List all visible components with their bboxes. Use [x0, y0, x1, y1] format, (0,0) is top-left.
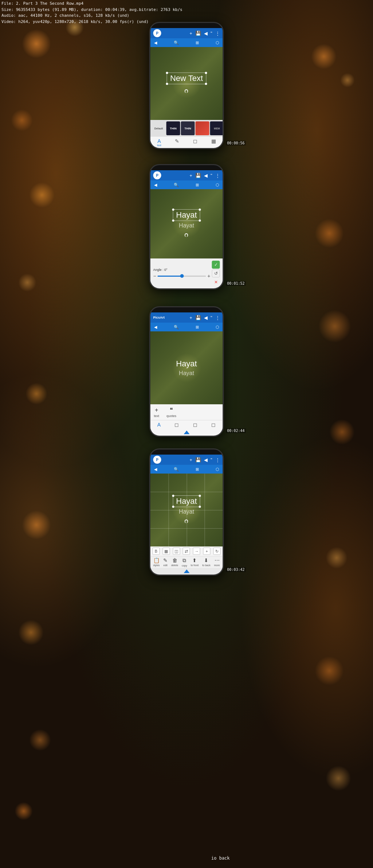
- filter-icon-1[interactable]: ⬡: [216, 40, 219, 45]
- zoom-icon-2[interactable]: 🔍: [174, 183, 179, 187]
- canvas-primary-text-4: Hayat: [176, 497, 197, 506]
- quote-icon-4[interactable]: ": [211, 457, 212, 463]
- handle-tr-1[interactable]: [205, 72, 207, 74]
- edit-tool-grid-4[interactable]: ▦: [162, 548, 170, 555]
- undo-icon-3[interactable]: ◀: [154, 325, 157, 330]
- save-icon-4[interactable]: 💾: [195, 457, 201, 463]
- quote-icon-1[interactable]: ": [211, 31, 212, 36]
- toolbar-right-1: + 💾 ◀ " ⋮: [189, 31, 220, 36]
- text-selection-box-4[interactable]: Hayat: [173, 495, 200, 507]
- filter-icon-3[interactable]: ⬡: [216, 325, 219, 330]
- more-icon-1[interactable]: ⋮: [215, 31, 220, 36]
- undo-icon-1[interactable]: ◀: [154, 40, 157, 45]
- handle-br-1[interactable]: [205, 83, 207, 85]
- toolbar-3: PicsArt + 💾 ◀ " ⋮: [150, 312, 223, 323]
- add-icon-1[interactable]: +: [189, 31, 192, 36]
- more-icon-2[interactable]: ⋮: [215, 173, 220, 178]
- delete-icon-4: 🗑: [172, 557, 177, 563]
- handle-tl-4[interactable]: [172, 495, 174, 497]
- edit-tool-flip-4[interactable]: ⇄: [183, 548, 190, 555]
- action-copy-4[interactable]: ⧉ copy: [182, 557, 187, 567]
- undo-icon-2[interactable]: ◀: [154, 183, 157, 187]
- copy-icon-4: ⧉: [182, 557, 186, 564]
- action-toback-4[interactable]: ⬇ to back: [202, 557, 211, 567]
- more-icon-3[interactable]: ⋮: [215, 315, 220, 320]
- edit-tool-bold-4[interactable]: B: [152, 548, 160, 555]
- edit-tool-frame-4[interactable]: ◫: [173, 548, 180, 555]
- nav-text-3[interactable]: A: [157, 422, 161, 428]
- toolbar-right-2: + 💾 ◀ " ⋮: [189, 173, 220, 178]
- nav-shape-1[interactable]: ◻: [193, 138, 197, 147]
- triangle-indicator-4: [150, 568, 223, 575]
- quotes-tool-3[interactable]: ❝ quotes: [166, 406, 176, 418]
- save-icon-3[interactable]: 💾: [195, 315, 201, 320]
- zoom-icon-1[interactable]: 🔍: [174, 40, 179, 45]
- close-btn-2[interactable]: ✕: [212, 278, 220, 286]
- share-icon-3[interactable]: ◀: [204, 315, 208, 320]
- share-icon-1[interactable]: ◀: [204, 31, 208, 36]
- grid-icon-3[interactable]: ⊞: [196, 325, 199, 330]
- quote-icon-2[interactable]: ": [211, 173, 212, 178]
- action-tofront-4[interactable]: ⬆ to front: [191, 557, 199, 567]
- filter-icon-4[interactable]: ⬡: [216, 467, 219, 472]
- template-thin-1[interactable]: THIN: [166, 121, 180, 135]
- quote-icon-3[interactable]: ": [211, 315, 212, 320]
- handle-bl-1[interactable]: [166, 83, 168, 85]
- undo-btn-2[interactable]: ↺: [212, 269, 220, 277]
- share-icon-4[interactable]: ◀: [204, 457, 208, 463]
- handle-tl-2[interactable]: [172, 209, 174, 211]
- edit-tool-add-4[interactable]: +: [203, 548, 211, 555]
- nav-draw-1[interactable]: ✎: [175, 138, 179, 147]
- more-icon-4[interactable]: ⋮: [215, 457, 220, 463]
- action-more-4[interactable]: ⋯ more: [214, 557, 220, 567]
- save-icon-1[interactable]: 💾: [195, 31, 201, 36]
- nav-text-1[interactable]: A text: [157, 138, 161, 147]
- grid-icon-2[interactable]: ⊞: [196, 183, 199, 187]
- phone-frame-3: PicsArt + 💾 ◀ " ⋮ ◀ 🔍 ⊞ ⬡ Hayat Hayat: [149, 306, 224, 437]
- toolbar-left-4: P: [153, 456, 161, 464]
- template-red[interactable]: [196, 121, 209, 135]
- edit-tool-rotate-4[interactable]: ↻: [213, 548, 220, 555]
- template-thin-2[interactable]: THIN: [181, 121, 195, 135]
- confirm-btn-2[interactable]: ✓: [212, 261, 220, 269]
- nav-item2-3[interactable]: ◻: [174, 422, 179, 428]
- text-selection-box-1[interactable]: New Text: [167, 73, 206, 84]
- handle-bl-2[interactable]: [172, 219, 174, 222]
- add-icon-3[interactable]: +: [189, 315, 192, 320]
- grid-icon-4[interactable]: ⊞: [196, 467, 199, 472]
- nav-item4-3[interactable]: ◻: [211, 422, 216, 428]
- grid-icon-1[interactable]: ⊞: [196, 40, 199, 45]
- template-default[interactable]: Default: [152, 121, 166, 135]
- text-tool-3[interactable]: + text: [154, 407, 160, 418]
- filter-icon-2[interactable]: ⬡: [216, 183, 219, 187]
- rotate-handle-4[interactable]: [173, 518, 200, 525]
- slider-fill-2: [158, 276, 182, 277]
- text-selection-box-2[interactable]: Hayat: [173, 209, 200, 221]
- text-quotes-panel-3: + text ❝ quotes: [150, 404, 223, 420]
- template-mem[interactable]: MEM: [210, 121, 223, 135]
- slider-plus-2[interactable]: +: [207, 273, 210, 279]
- nav-grid-1[interactable]: ▦: [211, 138, 216, 147]
- slider-track-2[interactable]: [158, 276, 206, 277]
- rotate-handle-1[interactable]: [167, 88, 206, 94]
- action-styles-4[interactable]: 📋 styles: [153, 557, 160, 567]
- tofront-icon-4: ⬆: [192, 557, 197, 563]
- action-delete-4[interactable]: 🗑 delete: [171, 557, 178, 567]
- save-icon-2[interactable]: 💾: [195, 173, 201, 178]
- handle-tl-1[interactable]: [166, 72, 168, 74]
- phone-section-4: P + 💾 ◀ " ⋮ ◀ 🔍 ⊞ ⬡: [149, 448, 224, 576]
- action-edit-4[interactable]: ✎ edit: [163, 557, 168, 567]
- rotate-handle-2[interactable]: [173, 232, 200, 238]
- share-icon-2[interactable]: ◀: [204, 173, 208, 178]
- nav-item3-3[interactable]: ◻: [193, 422, 197, 428]
- slider-thumb-2[interactable]: [180, 274, 184, 278]
- undo-icon-4[interactable]: ◀: [154, 467, 157, 472]
- add-icon-2[interactable]: +: [189, 173, 192, 178]
- slider-panel-2: Angle : 0° − + ✓ ↺ ✕: [150, 258, 223, 288]
- zoom-icon-4[interactable]: 🔍: [174, 467, 179, 472]
- add-icon-4[interactable]: +: [189, 457, 192, 463]
- slider-minus-2[interactable]: −: [153, 273, 156, 279]
- zoom-icon-3[interactable]: 🔍: [174, 325, 179, 330]
- handle-bl-4[interactable]: [172, 506, 174, 508]
- edit-tool-arrow-4[interactable]: →: [193, 548, 200, 555]
